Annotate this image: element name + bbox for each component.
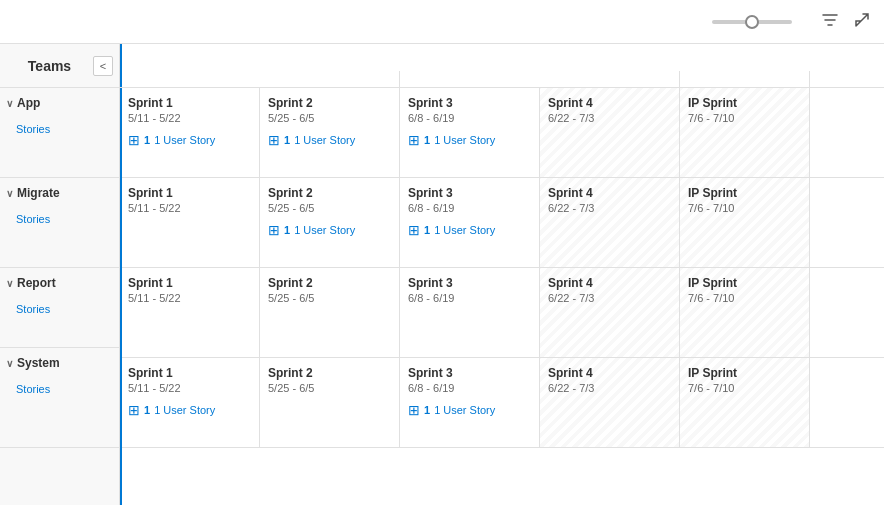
today-line-header [120, 44, 122, 87]
stories-link-app[interactable]: Stories [16, 123, 50, 135]
story-count: 1 [424, 134, 430, 146]
story-label[interactable]: 1 User Story [434, 224, 495, 236]
sprint-cell-report-0: Sprint 1 5/11 - 5/22 [120, 268, 260, 357]
sprint-dates: 7/6 - 7/10 [688, 202, 801, 214]
sprint-name: Sprint 2 [268, 276, 391, 290]
story-icon: ⊞ [408, 132, 420, 148]
sprint-name: Sprint 1 [128, 366, 251, 380]
sprint-name: Sprint 3 [408, 96, 531, 110]
sprint-cell-migrate-3: Sprint 4 6/22 - 7/3 [540, 178, 680, 267]
sprint-story[interactable]: ⊞ 1 1 User Story [268, 132, 391, 148]
story-label[interactable]: 1 User Story [154, 134, 215, 146]
sprint-dates: 6/22 - 7/3 [548, 292, 671, 304]
sprint-cell-system-1: Sprint 2 5/25 - 6/5 [260, 358, 400, 447]
teams-title: Teams [28, 58, 71, 74]
zoom-slider[interactable] [712, 20, 792, 24]
sprint-cell-system-0: Sprint 1 5/11 - 5/22 ⊞ 1 1 User Story [120, 358, 260, 447]
main-area: Teams < ∨ App Stories ∨ Migrate Stories … [0, 44, 884, 505]
story-icon: ⊞ [128, 132, 140, 148]
sidebar-section-system: ∨ System Stories [0, 348, 119, 448]
sidebar-team-system[interactable]: ∨ System [0, 348, 119, 378]
sprint-name: Sprint 3 [408, 186, 531, 200]
sprint-dates: 6/8 - 6/19 [408, 112, 531, 124]
sidebar-stories-report: Stories [0, 298, 119, 324]
sprint-name: Sprint 4 [548, 366, 671, 380]
team-rows: Sprint 1 5/11 - 5/22 ⊞ 1 1 User Story Sp… [120, 88, 884, 448]
team-chevron: ∨ [6, 358, 13, 369]
sprint-dates: 5/25 - 6/5 [268, 202, 391, 214]
sprint-cell-app-0: Sprint 1 5/11 - 5/22 ⊞ 1 1 User Story [120, 88, 260, 177]
today-line-row [120, 268, 122, 357]
story-count: 1 [284, 134, 290, 146]
sprint-dates: 5/11 - 5/22 [128, 202, 251, 214]
sprint-dates: 6/8 - 6/19 [408, 202, 531, 214]
story-label[interactable]: 1 User Story [294, 224, 355, 236]
filter-button[interactable] [820, 10, 840, 34]
month-june [400, 71, 680, 87]
sprint-name: IP Sprint [688, 96, 801, 110]
team-chevron: ∨ [6, 188, 13, 199]
sprint-cell-system-4: IP Sprint 7/6 - 7/10 [680, 358, 810, 447]
sprint-cell-app-3: Sprint 4 6/22 - 7/3 [540, 88, 680, 177]
sprint-dates: 6/8 - 6/19 [408, 292, 531, 304]
team-chevron: ∨ [6, 278, 13, 289]
grid-container: Sprint 1 5/11 - 5/22 ⊞ 1 1 User Story Sp… [120, 88, 884, 505]
sprint-story[interactable]: ⊞ 1 1 User Story [128, 132, 251, 148]
expand-button[interactable] [852, 10, 872, 34]
sprint-cell-migrate-1: Sprint 2 5/25 - 6/5 ⊞ 1 1 User Story [260, 178, 400, 267]
stories-link-system[interactable]: Stories [16, 383, 50, 395]
sidebar-section-migrate: ∨ Migrate Stories [0, 178, 119, 268]
stories-link-migrate[interactable]: Stories [16, 213, 50, 225]
stories-link-report[interactable]: Stories [16, 303, 50, 315]
sidebar-teams: ∨ App Stories ∨ Migrate Stories ∨ Report… [0, 88, 119, 448]
sprint-cell-report-1: Sprint 2 5/25 - 6/5 [260, 268, 400, 357]
sidebar-section-report: ∨ Report Stories [0, 268, 119, 348]
team-name: App [17, 96, 40, 110]
sprint-dates: 5/25 - 6/5 [268, 382, 391, 394]
sprint-dates: 7/6 - 7/10 [688, 382, 801, 394]
sprint-dates: 5/11 - 5/22 [128, 382, 251, 394]
sidebar: Teams < ∨ App Stories ∨ Migrate Stories … [0, 44, 120, 505]
story-count: 1 [284, 224, 290, 236]
story-icon: ⊞ [408, 222, 420, 238]
team-row-migrate: Sprint 1 5/11 - 5/22 Sprint 2 5/25 - 6/5… [120, 178, 884, 268]
sprint-story[interactable]: ⊞ 1 1 User Story [268, 222, 391, 238]
sprint-dates: 5/11 - 5/22 [128, 112, 251, 124]
sprint-name: Sprint 4 [548, 96, 671, 110]
story-icon: ⊞ [408, 402, 420, 418]
sprint-dates: 7/6 - 7/10 [688, 292, 801, 304]
today-line-row [120, 88, 122, 177]
story-count: 1 [144, 404, 150, 416]
sprint-dates: 6/8 - 6/19 [408, 382, 531, 394]
sprint-name: Sprint 1 [128, 276, 251, 290]
sprint-story[interactable]: ⊞ 1 1 User Story [408, 402, 531, 418]
zoom-slider-container [712, 20, 792, 24]
sprint-story[interactable]: ⊞ 1 1 User Story [408, 222, 531, 238]
sprint-name: IP Sprint [688, 366, 801, 380]
sprint-story[interactable]: ⊞ 1 1 User Story [128, 402, 251, 418]
story-label[interactable]: 1 User Story [294, 134, 355, 146]
sprint-cell-migrate-0: Sprint 1 5/11 - 5/22 [120, 178, 260, 267]
sidebar-team-report[interactable]: ∨ Report [0, 268, 119, 298]
sidebar-team-app[interactable]: ∨ App [0, 88, 119, 118]
story-label[interactable]: 1 User Story [154, 404, 215, 416]
story-label[interactable]: 1 User Story [434, 134, 495, 146]
settings-button[interactable] [804, 20, 808, 24]
sprint-dates: 6/22 - 7/3 [548, 202, 671, 214]
sprint-story[interactable]: ⊞ 1 1 User Story [408, 132, 531, 148]
story-icon: ⊞ [128, 402, 140, 418]
sprint-cell-migrate-2: Sprint 3 6/8 - 6/19 ⊞ 1 1 User Story [400, 178, 540, 267]
today-line-row [120, 358, 122, 447]
story-icon: ⊞ [268, 132, 280, 148]
sprint-name: Sprint 1 [128, 96, 251, 110]
sprint-cell-system-3: Sprint 4 6/22 - 7/3 [540, 358, 680, 447]
story-count: 1 [424, 404, 430, 416]
sidebar-team-migrate[interactable]: ∨ Migrate [0, 178, 119, 208]
story-label[interactable]: 1 User Story [434, 404, 495, 416]
filter-icon [822, 12, 838, 28]
sprint-dates: 6/22 - 7/3 [548, 112, 671, 124]
month-may [120, 71, 400, 87]
collapse-sidebar-button[interactable]: < [93, 56, 113, 76]
sprint-dates: 5/25 - 6/5 [268, 292, 391, 304]
story-count: 1 [144, 134, 150, 146]
